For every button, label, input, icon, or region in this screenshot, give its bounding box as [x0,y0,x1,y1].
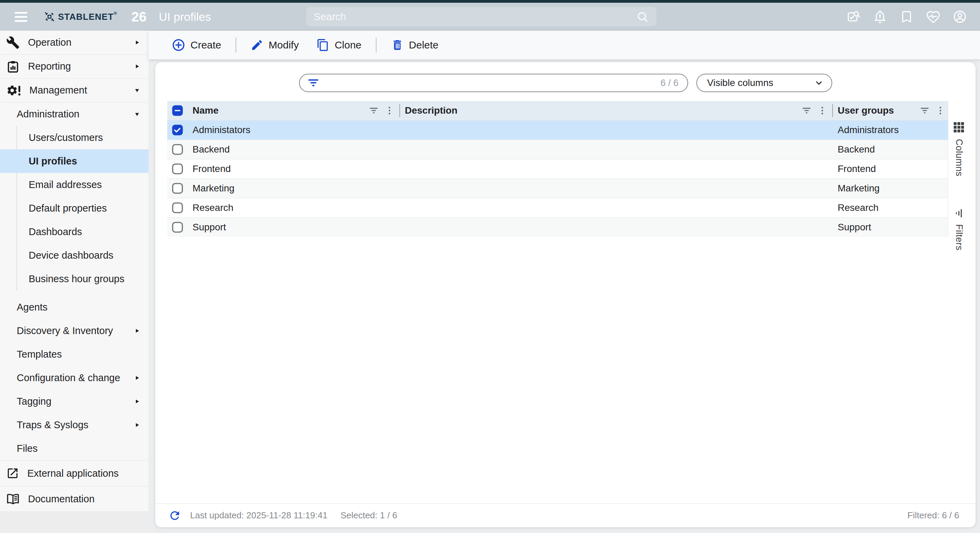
cell-user-groups: Support [833,222,948,233]
create-button[interactable]: Create [163,35,230,55]
description-filter-icon[interactable] [799,105,815,116]
sidebar-item-device-dashboards[interactable]: Device dashboards [0,244,148,267]
sidebar-item-email-addresses[interactable]: Email addresses [0,173,148,197]
sidebar-item-management[interactable]: Management [0,78,148,102]
column-header-name[interactable]: Name [188,101,400,120]
sidebar-item-configuration-change[interactable]: Configuration & change [0,366,148,390]
sidebar-item-label: Reporting [28,61,71,72]
sidebar-item-label: Documentation [28,493,95,505]
cell-user-groups: Marketing [833,183,948,194]
table-filter: 6 / 6 [299,74,688,92]
menu-icon[interactable] [15,12,27,22]
stablenet-mark-icon [44,11,55,22]
row-checkbox-checked[interactable] [172,124,183,136]
column-header-user-groups[interactable]: User groups [833,101,948,120]
cell-name: Research [188,202,400,213]
sidebar-item-discovery-inventory[interactable]: Discovery & Inventory [0,319,148,343]
account-icon[interactable] [953,10,967,24]
table-row[interactable]: Frontend Frontend [167,159,948,178]
sidebar-item-operation[interactable]: Operation [0,31,148,54]
sidebar-item-templates[interactable]: Templates [0,343,148,366]
columns-tab[interactable]: Columns [953,121,965,176]
visible-columns-select[interactable]: Visible columns [696,74,832,92]
delete-button-label: Delete [409,39,439,51]
modify-button[interactable]: Modify [242,35,307,55]
row-checkbox[interactable] [172,202,183,214]
plus-circle-icon [172,38,185,52]
filters-tab[interactable]: Filters [953,208,964,251]
search-icon[interactable] [636,10,649,23]
sidebar-item-label: Traps & Syslogs [17,419,88,431]
copy-icon [317,38,329,52]
version-number: 26 [131,9,147,25]
topbar-icons [846,10,967,24]
sidebar-item-documentation[interactable]: Documentation [0,486,148,511]
sidebar-item-external-applications[interactable]: External applications [0,461,148,486]
name-menu-icon[interactable] [382,105,397,116]
table-filter-input[interactable] [325,78,655,88]
row-checkbox[interactable] [172,144,183,155]
sidebar-item-label: Default properties [29,203,107,214]
clone-button-label: Clone [334,39,361,51]
search-input[interactable] [314,11,636,22]
refresh-icon[interactable] [168,509,181,522]
row-checkbox[interactable] [172,182,183,194]
brand-logo: STABLENET® [44,11,117,22]
sidebar-item-ui-profiles[interactable]: UI profiles [0,149,148,173]
visible-columns-label: Visible columns [707,78,813,88]
table-row[interactable]: Backend Backend [167,140,948,159]
select-all-checkbox[interactable] [172,105,183,116]
sidebar-item-label: UI profiles [29,155,77,167]
sidebar-item-dashboards[interactable]: Dashboards [0,220,148,244]
pencil-icon [251,38,264,52]
ui-profiles-table: Name Descripti [167,101,948,237]
column-header-description[interactable]: Description [400,101,833,120]
cell-name: Frontend [188,163,400,174]
clone-button[interactable]: Clone [307,35,370,55]
sidebar-item-label: Operation [28,37,72,48]
sidebar-item-label: Configuration & change [17,372,120,384]
sidebar-item-files[interactable]: Files [0,437,148,460]
notification-alert-icon[interactable] [873,10,887,24]
user-groups-filter-icon[interactable] [917,105,932,116]
filtered-count-text: Filtered: 6 / 6 [907,510,959,521]
sidebar-item-label: Email addresses [29,179,102,190]
select-all-cell [167,105,188,116]
row-checkbox[interactable] [172,222,183,233]
table-row[interactable]: Administators Administrators [167,120,948,140]
cell-name: Marketing [188,183,400,194]
table-header: Name Descripti [167,101,948,120]
create-button-label: Create [191,39,221,51]
sidebar-item-business-hour-groups[interactable]: Business hour groups [0,267,148,291]
bookmark-icon[interactable] [899,10,914,24]
table-row[interactable]: Marketing Marketing [167,178,948,198]
delete-button[interactable]: Delete [382,35,447,55]
sidebar-item-reporting[interactable]: Reporting [0,55,148,78]
sidebar-item-users-customers[interactable]: Users/customers [0,126,148,149]
description-menu-icon[interactable] [815,105,830,116]
health-heart-icon[interactable] [926,10,940,24]
report-chart-icon [6,60,20,73]
sidebar-item-agents[interactable]: Agents [0,295,148,319]
sidebar-item-traps-syslogs[interactable]: Traps & Syslogs [0,413,148,437]
brand-registered-mark: ® [114,11,117,16]
chevron-right-icon [135,422,140,428]
row-checkbox[interactable] [172,163,183,175]
main-content: Create Modify Clone [148,31,980,533]
topbar: STABLENET® 26 UI profiles [0,3,980,31]
columns-tab-label: Columns [954,139,964,176]
screen-search-icon[interactable] [846,10,861,24]
chevron-right-icon [135,64,140,69]
sidebar-item-default-properties[interactable]: Default properties [0,197,148,220]
sidebar-item-label: Files [17,443,38,454]
table-row[interactable]: Support Support [167,217,948,237]
external-link-icon [6,467,19,480]
table-row[interactable]: Research Research [167,198,948,217]
sidebar-spacer [0,291,148,295]
sidebar-item-label: Discovery & Inventory [17,325,113,336]
sidebar-item-label: Administration [17,108,80,120]
user-groups-menu-icon[interactable] [932,105,948,116]
sidebar-item-administration[interactable]: Administration [0,102,148,126]
sidebar-item-tagging[interactable]: Tagging [0,390,148,413]
name-filter-icon[interactable] [366,105,382,116]
